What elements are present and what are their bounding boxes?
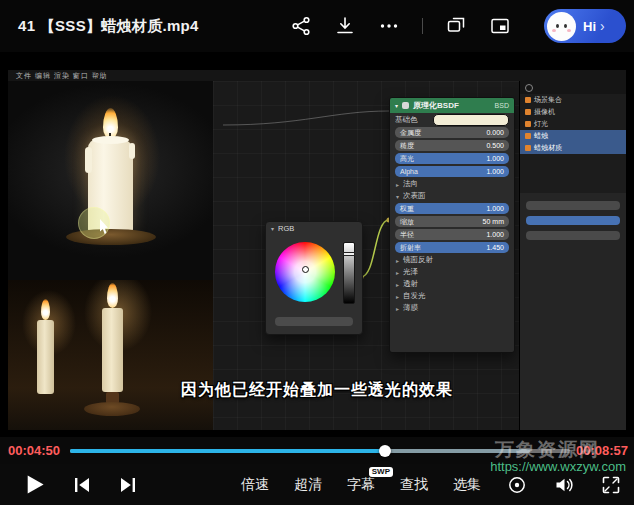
section-sheen[interactable]: ▸ 光泽 (390, 266, 514, 278)
reference-viewport[interactable] (8, 280, 214, 430)
value-slider[interactable]: Alpha 1.000 (395, 166, 509, 177)
panel-slider[interactable] (526, 231, 620, 240)
value-slider[interactable]: 半径 1.000 (395, 229, 509, 240)
caret-right-icon: ▸ (396, 257, 399, 264)
section-transmission[interactable]: ▸ 透射 (390, 278, 514, 290)
outliner-item[interactable]: 摄像机 (520, 106, 626, 118)
control-bar: 倍速 超清 字幕 SWP 查找 选集 (0, 464, 634, 505)
node-header[interactable]: ▾ 原理化BSDF BSD (390, 98, 514, 113)
outliner-panel[interactable]: 场景集合 摄像机 灯光 蜡烛 (520, 81, 626, 194)
download-icon[interactable] (334, 15, 356, 37)
checkbox-icon[interactable] (402, 102, 409, 109)
slider-label: 权重 (400, 204, 414, 214)
outliner-item-selected[interactable]: 蜡烛材质 (520, 142, 626, 154)
outliner-item-label: 摄像机 (534, 107, 555, 117)
value-slider[interactable] (343, 242, 355, 304)
node-editor[interactable]: ▾ RGB ▾ 原理化BSDF BSD (213, 81, 520, 430)
more-icon[interactable] (378, 15, 400, 37)
candlestick-base (84, 402, 140, 416)
color-picker-header: ▾ RGB (266, 222, 362, 235)
property-row-metallic[interactable]: 金属度 0.000 (390, 126, 514, 139)
search-button[interactable]: 查找 (400, 476, 428, 494)
base-color-swatch[interactable] (433, 114, 509, 126)
fullscreen-icon[interactable] (600, 474, 622, 496)
principled-bsdf-node[interactable]: ▾ 原理化BSDF BSD 基础色 金属度 0.000 (389, 97, 515, 353)
outliner-item-label: 场景集合 (534, 95, 562, 105)
slider-label: 高光 (400, 154, 414, 164)
picker-slider[interactable] (275, 317, 353, 326)
assistant-button[interactable]: Hi › (544, 9, 626, 43)
slider-value: 0.500 (486, 142, 504, 149)
previous-button[interactable] (71, 474, 93, 496)
section-label: 光泽 (403, 267, 418, 277)
slider-label: 半径 (400, 230, 414, 240)
section-specular[interactable]: ▸ 镜面反射 (390, 254, 514, 266)
property-row-alpha[interactable]: Alpha 1.000 (390, 165, 514, 178)
current-time: 00:04:50 (8, 443, 60, 458)
video-subtitle: 因为他已经开始叠加一些透光的效果 (0, 380, 634, 401)
material-icon (525, 145, 531, 151)
pip-icon[interactable] (489, 15, 511, 37)
section-label: 自发光 (403, 291, 426, 301)
play-button[interactable] (22, 472, 47, 497)
outliner-item[interactable]: 场景集合 (520, 94, 626, 106)
property-row-radius[interactable]: 半径 1.000 (390, 228, 514, 241)
outliner-item-label: 灯光 (534, 119, 548, 129)
blender-menubar: 文件 编辑 渲染 窗口 帮助 (8, 70, 626, 81)
value-slider[interactable]: 折射率 1.450 (395, 242, 509, 253)
subtitle-button-label: 字幕 (347, 476, 375, 492)
subtitle-button[interactable]: 字幕 SWP (347, 476, 375, 494)
slider-label: 折射率 (400, 243, 421, 253)
property-row-weight[interactable]: 权重 1.000 (390, 202, 514, 215)
section-emission[interactable]: ▸ 自发光 (390, 290, 514, 302)
titlebar-actions (290, 15, 511, 37)
section-label: 镜面反射 (403, 255, 433, 265)
section-thinfilm[interactable]: ▸ 薄膜 (390, 302, 514, 314)
camera-icon (525, 109, 531, 115)
chevron-right-icon: › (600, 18, 605, 34)
value-slider[interactable]: 高光 1.000 (395, 153, 509, 164)
next-button[interactable] (117, 474, 139, 496)
playlist-button[interactable]: 选集 (453, 476, 481, 494)
quality-button[interactable]: 超清 (294, 476, 322, 494)
settings-icon[interactable] (506, 474, 528, 496)
color-wheel-cursor[interactable] (302, 266, 309, 273)
socket-label: 法向 (403, 179, 418, 189)
caret-down-icon: ▾ (271, 225, 274, 232)
value-slider[interactable]: 金属度 0.000 (395, 127, 509, 138)
render-viewport[interactable] (8, 81, 214, 281)
total-time: 00:08:57 (576, 443, 628, 458)
socket-normal[interactable]: ▸ 法向 (390, 178, 514, 190)
value-slider[interactable]: 缩放 50 mm (395, 216, 509, 227)
candle-flame (41, 299, 50, 320)
node-tag: BSD (495, 102, 509, 109)
brush-highlight (78, 207, 110, 239)
caret-right-icon: ▸ (396, 181, 399, 188)
property-row-base-color[interactable]: 基础色 (390, 113, 514, 126)
panel-slider[interactable] (526, 216, 620, 225)
value-slider[interactable]: 糙度 0.500 (395, 140, 509, 151)
speed-button[interactable]: 倍速 (241, 476, 269, 494)
value-slider[interactable]: 权重 1.000 (395, 203, 509, 214)
color-picker-popup[interactable]: ▾ RGB (265, 221, 363, 335)
volume-icon[interactable] (553, 474, 575, 496)
progress-knob[interactable] (379, 445, 391, 457)
search-icon[interactable] (525, 84, 533, 92)
property-row-roughness[interactable]: 糙度 0.500 (390, 139, 514, 152)
property-row-specular[interactable]: 高光 1.000 (390, 152, 514, 165)
progress-bar[interactable] (70, 449, 570, 453)
caret-down-icon[interactable]: ▾ (395, 102, 398, 109)
share-icon[interactable] (290, 15, 312, 37)
value-slider-handle[interactable] (343, 252, 355, 256)
video-surface[interactable]: 文件 编辑 渲染 窗口 帮助 (0, 52, 634, 437)
outliner-item-selected[interactable]: 蜡烛 (520, 130, 626, 142)
caret-right-icon: ▸ (396, 293, 399, 300)
screenshot-icon[interactable] (445, 15, 467, 37)
section-subsurface[interactable]: ▾ 次表面 (390, 190, 514, 202)
panel-slider[interactable] (526, 201, 620, 210)
property-row-scale[interactable]: 缩放 50 mm (390, 215, 514, 228)
slider-value: 0.000 (486, 129, 504, 136)
outliner-item[interactable]: 灯光 (520, 118, 626, 130)
blender-screenshot: 文件 编辑 渲染 窗口 帮助 (8, 70, 626, 430)
property-row-ior[interactable]: 折射率 1.450 (390, 241, 514, 254)
